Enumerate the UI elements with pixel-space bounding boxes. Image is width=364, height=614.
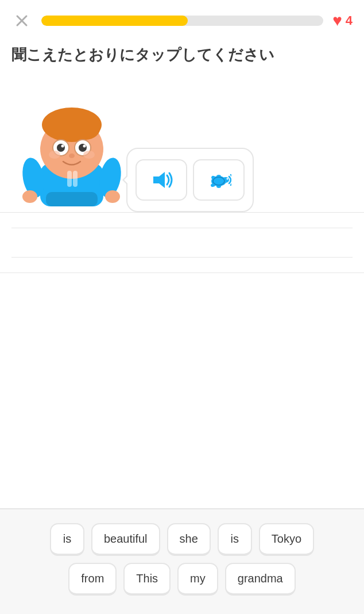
svg-point-23 (22, 190, 37, 203)
instruction-text: 聞こえたとおりにタップしてください (0, 38, 364, 74)
word-bank-row-1: is beautiful she is Tokyo (11, 523, 353, 556)
word-bank-row-2: from This my grandma (11, 563, 353, 596)
word-chip-grandma[interactable]: grandma (225, 563, 296, 596)
header: ♥ 4 (0, 0, 364, 38)
svg-marker-25 (153, 172, 165, 188)
svg-rect-3 (46, 192, 98, 206)
svg-point-17 (49, 151, 60, 159)
heart-icon: ♥ (332, 11, 342, 30)
character-area (0, 74, 364, 212)
word-chip-is1[interactable]: is (50, 523, 84, 556)
svg-point-28 (227, 178, 229, 180)
svg-rect-20 (73, 171, 78, 187)
word-chip-she[interactable]: she (167, 523, 211, 556)
answer-line-2 (11, 257, 353, 258)
close-button[interactable] (11, 10, 32, 31)
svg-point-14 (61, 145, 64, 148)
word-chip-beautiful[interactable]: beautiful (91, 523, 160, 556)
word-chip-my[interactable]: my (177, 563, 218, 596)
progress-bar (41, 16, 323, 26)
progress-bar-fill (41, 16, 188, 26)
word-chip-this[interactable]: This (123, 563, 171, 596)
word-chip-from[interactable]: from (68, 563, 117, 596)
svg-point-16 (69, 154, 75, 158)
svg-point-7 (72, 114, 100, 140)
word-bank: is beautiful she is Tokyo from This my g… (0, 508, 364, 614)
character (17, 86, 126, 212)
svg-point-27 (222, 177, 229, 183)
word-chip-tokyo[interactable]: Tokyo (259, 523, 314, 556)
svg-point-18 (83, 151, 95, 159)
answer-area (0, 213, 364, 273)
svg-point-15 (83, 145, 86, 148)
svg-rect-19 (67, 171, 72, 187)
audio-normal-button[interactable] (135, 159, 187, 201)
word-chip-is2[interactable]: is (218, 523, 252, 556)
hearts-container: ♥ 4 (332, 11, 353, 30)
speech-bubble (126, 148, 254, 212)
heart-count: 4 (346, 13, 353, 28)
svg-point-32 (216, 175, 221, 178)
answer-line-1 (11, 228, 353, 228)
svg-point-12 (57, 144, 65, 152)
audio-slow-button[interactable] (193, 159, 245, 201)
svg-point-13 (79, 144, 87, 152)
svg-point-24 (105, 190, 120, 203)
